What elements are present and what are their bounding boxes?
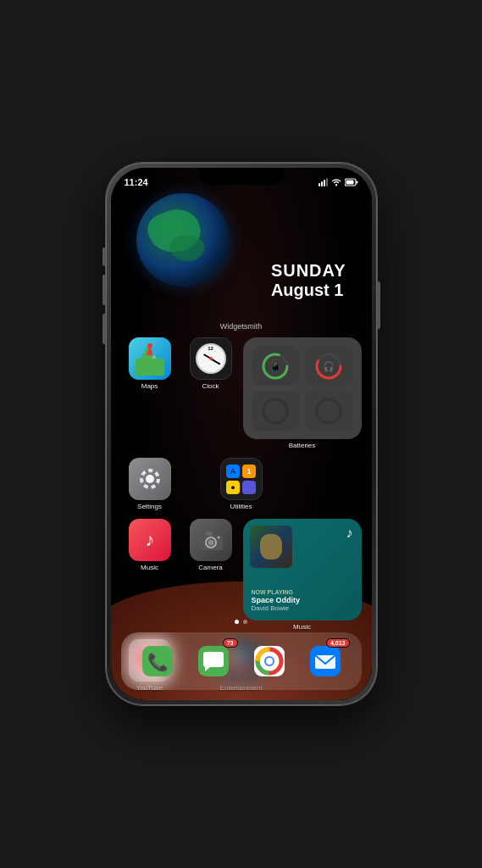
maps-icon [129, 337, 171, 380]
music-widget-container[interactable]: ♪ NOW PLAYING Space Oddity David Bowie M… [243, 519, 362, 631]
dock-chrome-icon [254, 646, 285, 676]
app-camera[interactable]: Camera [182, 519, 240, 571]
svg-rect-4 [129, 337, 171, 380]
svg-point-15 [263, 399, 287, 423]
svg-point-17 [146, 475, 154, 483]
dock-phone[interactable]: 📞 [138, 642, 177, 681]
dock-phone-icon: 📞 [142, 646, 173, 676]
signal-bar-2 [321, 181, 323, 186]
notch [199, 168, 284, 185]
svg-text:♪: ♪ [145, 529, 154, 550]
app-music[interactable]: ♪ Music [121, 519, 179, 571]
utilities-grid: A 1 ● [223, 461, 259, 498]
music-label: Music [141, 564, 158, 571]
battery-item4-svg [314, 397, 343, 426]
svg-point-8 [147, 343, 152, 348]
svg-text:🎧: 🎧 [323, 360, 335, 372]
utilities-icon: A 1 ● [220, 458, 263, 500]
clock-icon: 12 [190, 337, 232, 380]
date-widget: SUNDAY August 1 [271, 261, 346, 300]
widgetsmith-label: Widgetsmith [111, 322, 372, 331]
batteries-label: Batteries [289, 442, 316, 449]
phone-frame: 11:24 [106, 163, 377, 705]
settings-svg [137, 466, 163, 492]
svg-rect-2 [356, 181, 357, 184]
page-dots [111, 620, 372, 624]
now-playing-widget: ♪ NOW PLAYING Space Oddity David Bowie [243, 519, 362, 620]
dock-mail-icon [310, 646, 341, 676]
signal-bar-1 [319, 183, 320, 186]
mail-badge: 4,013 [326, 638, 350, 648]
music-svg: ♪ [137, 527, 163, 553]
app-utilities[interactable]: A 1 ● Utilities [213, 458, 270, 510]
battery-item4 [305, 391, 353, 431]
dock-messages[interactable]: 73 [194, 642, 233, 681]
camera-svg [197, 528, 224, 552]
settings-icon [129, 458, 171, 500]
clock-center [209, 357, 213, 360]
camera-label: Camera [198, 564, 222, 571]
app-row-1: Maps 12 Clock [121, 337, 362, 449]
battery-earbuds-svg: 🎧 [314, 352, 343, 381]
music-widget-label: Music [293, 623, 311, 631]
messages-badge: 73 [223, 638, 238, 648]
music-icon: ♪ [129, 519, 171, 561]
svg-point-36 [266, 658, 273, 665]
song-title: Space Oddity [252, 596, 353, 604]
batteries-widget-container[interactable]: 📱 🎧 [243, 337, 362, 449]
dock: 📞 73 [121, 632, 362, 690]
widget-day: SUNDAY [271, 261, 346, 281]
svg-text:📞: 📞 [147, 652, 168, 672]
song-artist: David Bowie [252, 604, 353, 612]
dot-2 [243, 620, 247, 624]
svg-text:📱: 📱 [269, 359, 283, 373]
battery-item3 [252, 391, 300, 431]
app-clock[interactable]: 12 Clock [182, 337, 240, 390]
music-note-icon: ♪ [346, 526, 353, 541]
batteries-widget: 📱 🎧 [243, 337, 362, 439]
svg-point-22 [208, 540, 213, 546]
clock-label: Clock [202, 382, 219, 390]
dock-messages-icon [198, 646, 229, 676]
battery-phone: 📱 [252, 346, 300, 386]
dock-chrome[interactable] [250, 642, 289, 681]
battery-icon [345, 178, 358, 186]
battery-earbuds: 🎧 [305, 346, 353, 386]
phone-screen: 11:24 [111, 168, 372, 700]
app-settings[interactable]: Settings [121, 458, 179, 510]
utilities-label: Utilities [230, 503, 252, 510]
widget-date: August 1 [271, 281, 346, 300]
clock-face: 12 [196, 343, 226, 374]
svg-rect-23 [206, 531, 213, 536]
signal-bar-3 [324, 180, 325, 186]
app-row-3: ♪ Music [121, 519, 362, 631]
status-time: 11:24 [125, 177, 148, 187]
maps-svg [129, 337, 171, 380]
svg-point-24 [217, 537, 219, 539]
app-maps[interactable]: Maps [121, 337, 179, 390]
settings-label: Settings [137, 503, 162, 510]
dock-mail[interactable]: 4,013 [306, 642, 345, 681]
now-playing-label: NOW PLAYING [252, 589, 353, 595]
maps-label: Maps [141, 382, 158, 390]
dot-1 [235, 620, 239, 624]
battery-phone-svg: 📱 [261, 352, 290, 381]
svg-marker-7 [147, 346, 152, 353]
app-row-2: Settings A 1 ● Utilities [121, 458, 362, 510]
wifi-icon [331, 178, 341, 186]
album-art [250, 526, 292, 568]
svg-point-16 [317, 399, 341, 423]
camera-icon [190, 519, 232, 561]
earth-widget [136, 193, 230, 287]
svg-rect-3 [346, 181, 353, 185]
signal-bars [319, 178, 328, 186]
svg-point-0 [335, 185, 337, 186]
home-screen: 11:24 [111, 168, 372, 700]
status-icons [319, 178, 358, 186]
signal-bar-4 [326, 178, 328, 186]
battery-item3-svg [261, 397, 290, 426]
